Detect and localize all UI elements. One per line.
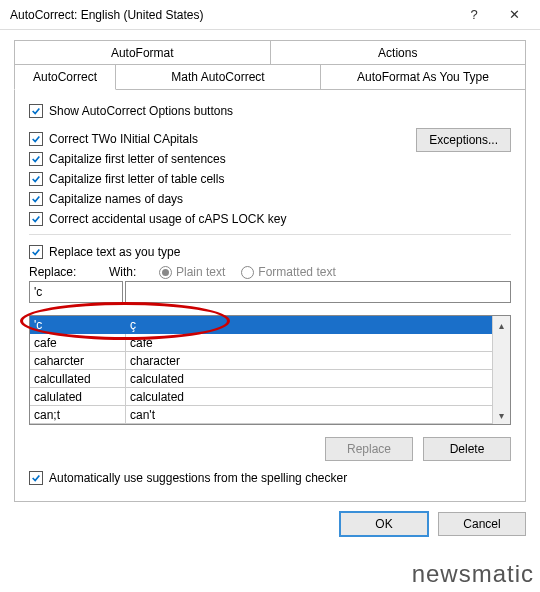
dialog-title: AutoCorrect: English (United States) bbox=[10, 8, 454, 22]
scroll-down-icon[interactable]: ▾ bbox=[493, 406, 510, 424]
table-row[interactable]: calulatedcalculated bbox=[30, 388, 492, 406]
label-show-options: Show AutoCorrect Options buttons bbox=[49, 104, 233, 118]
checkbox-days[interactable] bbox=[29, 192, 43, 206]
label-replace: Replace: bbox=[29, 265, 99, 279]
checkbox-first-table[interactable] bbox=[29, 172, 43, 186]
tab-autoformat[interactable]: AutoFormat bbox=[14, 40, 271, 65]
label-auto-suggestions: Automatically use suggestions from the s… bbox=[49, 471, 347, 485]
label-first-sentence: Capitalize first letter of sentences bbox=[49, 152, 226, 166]
checkbox-capslock[interactable] bbox=[29, 212, 43, 226]
tab-actions[interactable]: Actions bbox=[271, 40, 527, 65]
scroll-up-icon[interactable]: ▴ bbox=[493, 316, 510, 334]
checkbox-first-sentence[interactable] bbox=[29, 152, 43, 166]
watermark: newsmatic bbox=[412, 560, 534, 588]
table-row[interactable]: cafecafé bbox=[30, 334, 492, 352]
label-two-initial-caps: Correct TWo INitial CApitals bbox=[49, 132, 198, 146]
ok-button[interactable]: OK bbox=[340, 512, 428, 536]
label-days: Capitalize names of days bbox=[49, 192, 183, 206]
replace-input[interactable] bbox=[29, 281, 123, 303]
close-button[interactable]: ✕ bbox=[494, 0, 534, 30]
checkbox-auto-suggestions[interactable] bbox=[29, 471, 43, 485]
table-row[interactable]: can;tcan't bbox=[30, 406, 492, 424]
replace-entry-button[interactable]: Replace bbox=[325, 437, 413, 461]
tab-autoformat-as-you-type[interactable]: AutoFormat As You Type bbox=[321, 64, 526, 90]
label-capslock: Correct accidental usage of cAPS LOCK ke… bbox=[49, 212, 286, 226]
table-row[interactable]: caharctercharacter bbox=[30, 352, 492, 370]
tab-autocorrect[interactable]: AutoCorrect bbox=[14, 64, 116, 90]
table-row[interactable]: 'cç bbox=[30, 316, 492, 334]
help-button[interactable]: ? bbox=[454, 0, 494, 30]
label-first-table: Capitalize first letter of table cells bbox=[49, 172, 224, 186]
checkbox-two-initial-caps[interactable] bbox=[29, 132, 43, 146]
radio-formatted-text: Formatted text bbox=[241, 265, 335, 279]
radio-plain-text: Plain text bbox=[159, 265, 225, 279]
cancel-button[interactable]: Cancel bbox=[438, 512, 526, 536]
delete-entry-button[interactable]: Delete bbox=[423, 437, 511, 461]
label-with: With: bbox=[109, 265, 149, 279]
exceptions-button[interactable]: Exceptions... bbox=[416, 128, 511, 152]
checkbox-show-options[interactable] bbox=[29, 104, 43, 118]
tab-math-autocorrect[interactable]: Math AutoCorrect bbox=[116, 64, 321, 90]
label-replace-as-type: Replace text as you type bbox=[49, 245, 180, 259]
with-input[interactable] bbox=[125, 281, 511, 303]
checkbox-replace-as-type[interactable] bbox=[29, 245, 43, 259]
table-row[interactable]: calcullatedcalculated bbox=[30, 370, 492, 388]
scrollbar[interactable]: ▴ ▾ bbox=[492, 316, 510, 424]
autocorrect-list[interactable]: 'cç cafecafé caharctercharacter calculla… bbox=[30, 316, 492, 424]
